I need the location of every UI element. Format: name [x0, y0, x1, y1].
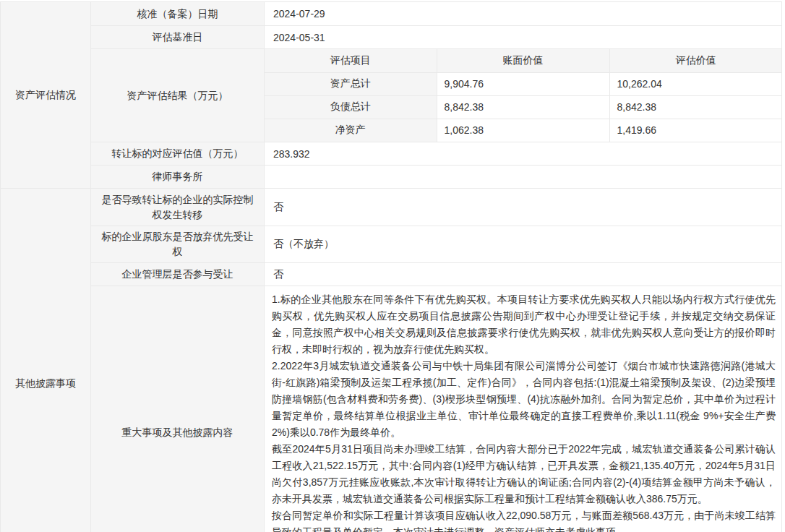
approval-date-value: 2024-07-29: [265, 2, 782, 26]
row-major-matters: 重大事项及其他披露内容 1.标的企业其他股东在同等条件下有优先购买权。本项目转让…: [1, 286, 782, 532]
disclosure-table: 资产评估情况 核准（备案）日期 2024-07-29 评估基准日 2024-05…: [0, 1, 782, 532]
valuation-result-table-cell: 评估项目 账面价值 评估价值 资产总计 9,904.76 10,262.04 负…: [265, 49, 782, 142]
waive-preemptive-right-value: 否（不放弃）: [265, 226, 782, 263]
valuation-base-date-label: 评估基准日: [91, 26, 265, 49]
col-header-item: 评估项目: [265, 49, 437, 72]
major-matters-content: 1.标的企业其他股东在同等条件下有优先购买权。本项目转让方要求优先购买权人只能以…: [265, 286, 782, 532]
total-assets-appraised-value: 10,262.04: [609, 72, 782, 95]
disclosure-table-page: 资产评估情况 核准（备案）日期 2024-07-29 评估基准日 2024-05…: [0, 0, 785, 532]
col-header-book-value: 账面价值: [437, 49, 609, 72]
law-firm-label: 律师事务所: [91, 166, 265, 189]
control-transfer-value: 否: [265, 189, 782, 226]
disclosure-paragraph: 按合同暂定单价和实际工程量计算该项目应确认收入22,090.58万元，与账面差额…: [272, 507, 776, 532]
valuation-result-table: 评估项目 账面价值 评估价值 资产总计 9,904.76 10,262.04 负…: [265, 49, 782, 142]
row-law-firm: 律师事务所: [1, 166, 782, 189]
net-assets-appraised-value: 1,419.66: [609, 119, 782, 142]
disclosure-paragraph: 截至2024年5月31日项目尚未办理竣工结算，合同内容大部分已于2022年完成，…: [272, 441, 776, 507]
table-row-net-assets: 净资产 1,062.38 1,419.66: [265, 119, 782, 142]
control-transfer-label: 是否导致转让标的企业的实际控制权发生转移: [91, 189, 265, 226]
section-asset-valuation: 资产评估情况: [1, 2, 91, 189]
row-valuation-result: 资产评估结果（万元） 评估项目 账面价值 评估价值 资产总计: [1, 49, 782, 142]
row-control-transfer: 其他披露事项 是否导致转让标的企业的实际控制权发生转移 否: [1, 189, 782, 226]
law-firm-value: [265, 166, 782, 189]
col-header-appraised-value: 评估价值: [609, 49, 782, 72]
total-liabilities-book-value: 8,842.38: [437, 95, 609, 119]
row-waive-preemptive-right: 标的企业原股东是否放弃优先受让权 否（不放弃）: [1, 226, 782, 263]
waive-preemptive-right-label: 标的企业原股东是否放弃优先受让权: [91, 226, 265, 263]
total-liabilities-appraised-value: 8,842.38: [609, 95, 782, 119]
approval-date-label: 核准（备案）日期: [91, 2, 265, 26]
row-management-participation: 企业管理层是否参与受让 否: [1, 263, 782, 286]
table-row-total-liabilities: 负债总计 8,842.38 8,842.38: [265, 95, 782, 119]
management-participation-value: 否: [265, 263, 782, 286]
row-valuation-base-date: 评估基准日 2024-05-31: [1, 26, 782, 49]
transfer-valuation-label: 转让标的对应评估值（万元）: [91, 142, 265, 166]
total-liabilities-label: 负债总计: [265, 95, 437, 119]
total-assets-book-value: 9,904.76: [437, 72, 609, 95]
row-approval-date: 资产评估情况 核准（备案）日期 2024-07-29: [1, 2, 782, 26]
row-transfer-valuation: 转让标的对应评估值（万元） 283.932: [1, 142, 782, 166]
section-other-disclosure: 其他披露事项: [1, 189, 91, 532]
major-matters-label: 重大事项及其他披露内容: [91, 286, 265, 532]
disclosure-paragraph: 2.2022年3月城宏轨道交通装备公司与中铁十局集团有限公司淄博分公司签订《烟台…: [272, 358, 776, 441]
valuation-base-date-value: 2024-05-31: [265, 26, 782, 49]
management-participation-label: 企业管理层是否参与受让: [91, 263, 265, 286]
disclosure-paragraph: 1.标的企业其他股东在同等条件下有优先购买权。本项目转让方要求优先购买权人只能以…: [272, 291, 776, 358]
valuation-header-row: 评估项目 账面价值 评估价值: [265, 49, 782, 72]
valuation-result-label: 资产评估结果（万元）: [91, 49, 265, 142]
net-assets-label: 净资产: [265, 119, 437, 142]
transfer-valuation-value: 283.932: [265, 142, 782, 166]
total-assets-label: 资产总计: [265, 72, 437, 95]
table-row-total-assets: 资产总计 9,904.76 10,262.04: [265, 72, 782, 95]
net-assets-book-value: 1,062.38: [437, 119, 609, 142]
